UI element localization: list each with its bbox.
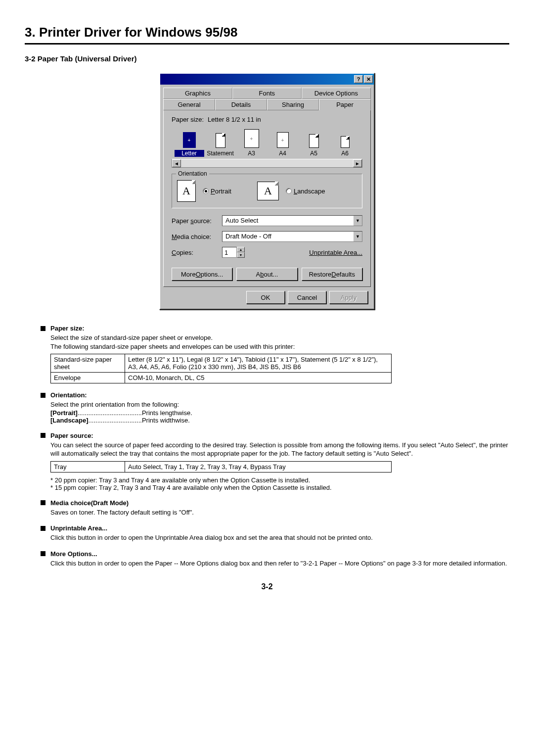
- paper-option-statement[interactable]: Statement: [206, 133, 235, 157]
- chevron-down-icon[interactable]: ▼: [353, 216, 362, 226]
- spinner-up-icon[interactable]: ▲: [237, 247, 245, 252]
- close-icon[interactable]: ✕: [364, 75, 373, 83]
- tab-graphics[interactable]: Graphics: [163, 88, 232, 99]
- titlebar: ? ✕: [160, 74, 374, 85]
- portrait-preview-icon: A: [177, 180, 196, 202]
- scroll-left-icon[interactable]: ◄: [172, 159, 181, 167]
- copies-label: Copies:Copies:: [172, 249, 217, 256]
- bullet-icon: [41, 433, 45, 438]
- about-button[interactable]: About...About...: [236, 268, 297, 281]
- spinner-down-icon[interactable]: ▼: [237, 252, 245, 258]
- cancel-button[interactable]: Cancel: [288, 291, 326, 304]
- paper-option-a5[interactable]: A5: [299, 134, 329, 157]
- bullet-icon: [41, 500, 45, 505]
- paper-option-a3[interactable]: +A3: [237, 129, 267, 157]
- bullet-icon: [41, 393, 45, 398]
- media-choice-value: Draft Mode - Off: [222, 232, 353, 241]
- tab-paper[interactable]: Paper: [319, 99, 371, 110]
- paper-source-label: Paper source:Paper source:: [172, 217, 217, 225]
- section-title: 3-2 Paper Tab (Universal Driver): [25, 54, 509, 63]
- paper-source-table: TrayAuto Select, Tray 1, Tray 2, Tray 3,…: [50, 461, 392, 472]
- help-icon[interactable]: ?: [354, 75, 363, 83]
- paper-size-scrollbar[interactable]: ◄ ►: [172, 159, 362, 168]
- ok-button[interactable]: OK: [246, 291, 285, 304]
- tab-fonts[interactable]: Fonts: [232, 88, 302, 99]
- paper-size-label: Paper size:: [172, 116, 204, 123]
- bullet-icon: [41, 526, 45, 531]
- page-number: 3-2: [25, 582, 509, 591]
- bullet-icon: [41, 551, 45, 556]
- desc-media-choice: Media choice(Draft Mode) Saves on toner.…: [41, 499, 509, 517]
- paper-source-combo[interactable]: Auto Select ▼: [222, 215, 362, 226]
- desc-unprintable: Unprintable Area... Click this button in…: [41, 524, 509, 542]
- orientation-group: Orientation A PPortraitortrait A LLandsc…: [172, 174, 362, 208]
- apply-button: Apply: [329, 291, 368, 304]
- tab-device-options[interactable]: Device Options: [302, 88, 371, 99]
- print-dialog: ? ✕ Graphics Fonts Device Options Genera…: [159, 73, 375, 310]
- unprintable-area-button[interactable]: Unprintable Area...Unprintable Area...: [309, 249, 362, 256]
- tab-general[interactable]: General: [163, 99, 215, 110]
- landscape-radio[interactable]: LLandscapeandscape: [286, 188, 325, 195]
- desc-paper-size: Paper size: Select the size of standard-…: [41, 325, 509, 383]
- desc-more-options: More Options... Click this button in ord…: [41, 550, 509, 568]
- paper-size-table: Standard-size paper sheetLetter (8 1/2" …: [50, 354, 392, 383]
- desc-orientation: Orientation: Select the print orientatio…: [41, 391, 509, 424]
- orientation-legend: Orientation: [176, 170, 209, 177]
- paper-size-value: Letter 8 1/2 x 11 in: [208, 116, 261, 123]
- paper-source-value: Auto Select: [222, 216, 353, 226]
- paper-option-letter[interactable]: +Letter: [175, 132, 204, 157]
- more-options-button[interactable]: More Options...More Options...: [172, 268, 232, 281]
- tab-details[interactable]: Details: [215, 99, 267, 110]
- paper-option-a4[interactable]: +A4: [268, 132, 298, 157]
- scroll-right-icon[interactable]: ►: [353, 159, 362, 167]
- chapter-title: 3. Printer Driver for Windows 95/98: [25, 25, 509, 45]
- bullet-icon: [41, 326, 45, 331]
- media-choice-combo[interactable]: Draft Mode - Off ▼: [222, 231, 362, 242]
- tab-sharing[interactable]: Sharing: [267, 99, 319, 110]
- landscape-preview-icon: A: [257, 182, 279, 200]
- portrait-radio[interactable]: PPortraitortrait: [203, 188, 231, 195]
- chevron-down-icon[interactable]: ▼: [353, 232, 362, 241]
- desc-paper-source: Paper source: You can select the source …: [41, 432, 509, 491]
- media-choice-label: Media choice:Media choice:: [172, 233, 217, 240]
- copies-input[interactable]: [222, 247, 237, 258]
- paper-option-a6[interactable]: A6: [330, 136, 360, 157]
- restore-defaults-button[interactable]: Restore DefaultsRestore Defaults: [302, 268, 362, 281]
